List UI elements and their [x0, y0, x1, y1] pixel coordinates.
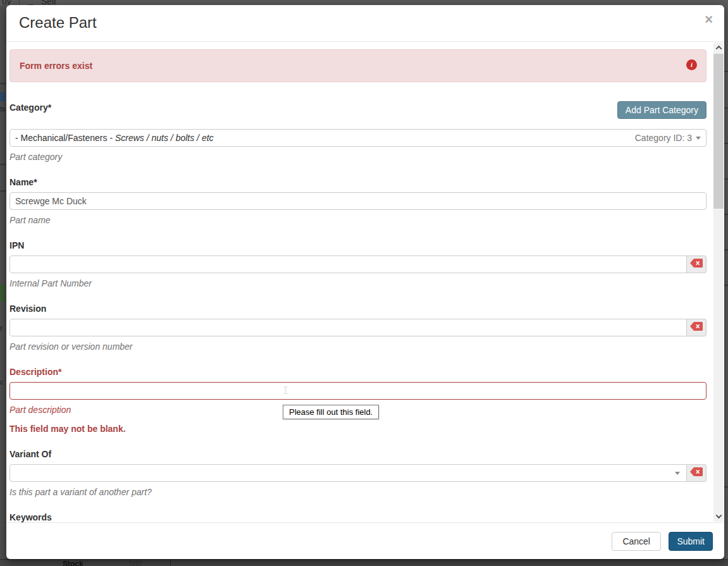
modal-scrollbar[interactable]	[713, 42, 724, 522]
category-id-badge: Category ID: 3	[635, 133, 692, 143]
cancel-button[interactable]: Cancel	[612, 532, 661, 551]
backdrop-table-divider	[170, 560, 171, 566]
modal-body: Form errors exist i Category* Add Part C…	[6, 42, 724, 522]
ipn-help-text: Internal Part Number	[9, 278, 706, 288]
modal-header: Create Part ×	[6, 5, 724, 42]
modal-title: Create Part	[19, 14, 712, 32]
modal-footer: Cancel Submit	[6, 522, 724, 559]
variant-of-field-group: Variant Of Is this part a variant of ano…	[9, 449, 706, 497]
backdrop-stock-label: Stock	[63, 560, 83, 566]
backdrop-line	[0, 164, 6, 165]
add-part-category-button[interactable]: Add Part Category	[617, 101, 706, 119]
ipn-field-group: IPN Internal Part Number	[9, 240, 706, 288]
backdrop-line	[724, 143, 728, 144]
description-label: Description*	[9, 367, 706, 377]
info-icon[interactable]: i	[686, 59, 697, 70]
variant-of-label: Variant Of	[9, 449, 706, 459]
ipn-input[interactable]	[9, 255, 687, 273]
backdrop-line	[724, 249, 728, 250]
keywords-field-group: Keywords	[9, 512, 706, 522]
validation-tooltip: Please fill out this field.	[283, 405, 379, 419]
clear-ipn-button[interactable]	[687, 255, 706, 273]
submit-button[interactable]: Submit	[669, 532, 713, 551]
backdrop-text-fragment: ts	[0, 105, 6, 113]
variant-of-help-text: Is this part a variant of another part?	[9, 487, 706, 497]
category-help-text: Part category	[9, 152, 706, 162]
backdrop-text-fragment: c	[0, 378, 4, 386]
name-input[interactable]	[9, 192, 706, 210]
category-label: Category*	[9, 102, 51, 113]
clear-revision-button[interactable]	[687, 319, 706, 336]
backdrop-stock-value: 580	[129, 560, 142, 566]
backdrop-line	[724, 486, 728, 488]
backdrop-blue-fragment	[0, 92, 5, 101]
description-error-message: This field may not be blank.	[9, 424, 706, 434]
name-label: Name*	[9, 177, 706, 187]
backdrop-green-fragment	[0, 285, 5, 302]
clear-variant-of-button[interactable]	[687, 464, 706, 482]
backdrop-line	[724, 71, 728, 72]
revision-help-text: Part revision or version number	[9, 341, 706, 352]
backdrop-left-strip: ts f c	[0, 6, 6, 559]
backdrop-line	[724, 178, 728, 180]
backdrop-text-fragment: f	[0, 325, 2, 333]
category-field-group: Category* Add Part Category - Mechanical…	[9, 102, 706, 162]
scroll-down-icon[interactable]	[713, 511, 724, 522]
backdrop-bottom-strip: Stock 580	[0, 559, 728, 566]
alert-message: Form errors exist	[20, 61, 92, 71]
variant-of-select[interactable]	[9, 464, 687, 482]
backdrop-line	[0, 190, 6, 192]
revision-input[interactable]	[9, 319, 687, 336]
form-errors-alert: Form errors exist i	[9, 49, 706, 82]
category-select[interactable]: - Mechanical/Fasteners - Screws / nuts /…	[9, 129, 706, 147]
scrollbar-thumb[interactable]	[713, 54, 724, 209]
backdrop-line	[724, 285, 728, 286]
scroll-up-icon[interactable]	[713, 42, 724, 53]
backspace-icon	[690, 322, 703, 333]
revision-field-group: Revision Part revision or version number	[9, 304, 706, 352]
chevron-down-icon	[675, 472, 680, 475]
chevron-down-icon	[696, 137, 701, 140]
close-icon[interactable]: ×	[705, 13, 713, 27]
create-part-modal: Create Part × Form errors exist i Catego…	[6, 5, 724, 559]
description-input[interactable]	[9, 382, 706, 400]
backspace-icon	[690, 259, 703, 270]
name-field-group: Name* Part name	[9, 177, 706, 225]
backspace-icon	[690, 467, 703, 479]
backdrop-line	[724, 214, 728, 215]
description-field-group: Description* I Part description This fie…	[9, 367, 706, 434]
backdrop-line	[724, 108, 728, 109]
ipn-label: IPN	[9, 240, 706, 250]
revision-label: Revision	[9, 304, 706, 314]
backdrop-line	[0, 83, 6, 84]
backdrop-right-strip	[724, 6, 728, 559]
keywords-label: Keywords	[9, 512, 706, 522]
name-help-text: Part name	[9, 215, 706, 225]
category-selected-value: - Mechanical/Fasteners - Screws / nuts /…	[15, 133, 635, 143]
